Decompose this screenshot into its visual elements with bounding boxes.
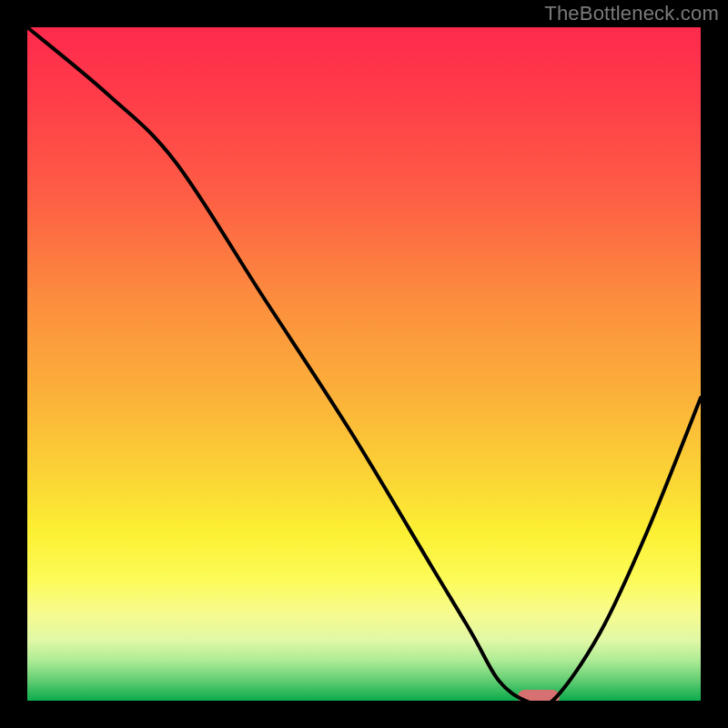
watermark-text: TheBottleneck.com xyxy=(544,2,719,25)
plot-area xyxy=(27,27,701,701)
bottleneck-curve xyxy=(27,27,701,701)
curve-path xyxy=(27,27,701,701)
chart-frame: TheBottleneck.com xyxy=(0,0,728,728)
